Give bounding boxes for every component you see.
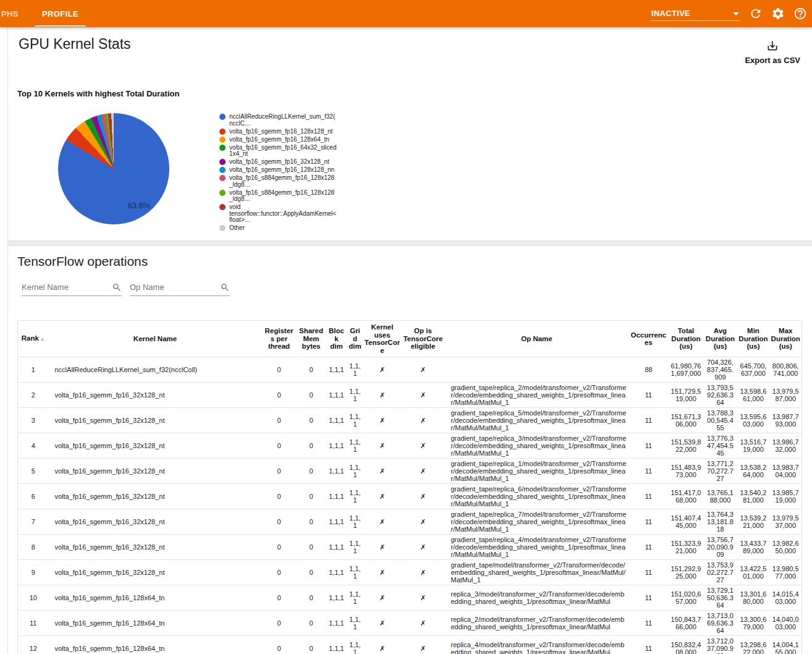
column-header[interactable]: Kernel Name (49, 321, 262, 357)
table-cell: 151,292,925,000 (669, 560, 704, 585)
table-cell: 0 (262, 560, 297, 585)
column-header[interactable]: Total Duration (us) (669, 321, 704, 357)
legend-item[interactable]: volta_fp16_sgemm_fp16_128x128_nt (219, 129, 337, 135)
legend-item[interactable]: void tensorflow::functor::ApplyAdamKerne… (219, 204, 337, 224)
column-header-label: Kernel Name (133, 335, 177, 342)
column-header[interactable]: Block dim (326, 321, 347, 357)
table-cell: 1,1,1 (326, 535, 347, 560)
table-cell: 1,1,1 (347, 484, 363, 509)
export-csv-button[interactable]: Export as CSV (745, 40, 800, 65)
legend-item[interactable]: volta_fp16_sgemm_fp16_128x128_nn (219, 167, 337, 174)
legend-item[interactable]: volta_fp16_s884gemm_fp16_128x128_ldg8… (219, 175, 337, 188)
column-header[interactable]: Grid dim (347, 321, 363, 357)
table-cell: ✗ (363, 560, 402, 585)
run-selector-dropdown[interactable]: INACTIVE (650, 7, 740, 21)
table-cell: 151,417,068,000 (669, 484, 704, 509)
table-cell: 13,985,719,000 (770, 484, 802, 509)
column-header-label: Block dim (329, 327, 344, 350)
column-header[interactable]: Op is TensorCore eligible (402, 321, 445, 357)
table-cell: 13,765,188,000 (704, 484, 737, 509)
table-cell: ✗ (363, 383, 402, 408)
table-cell: volta_fp16_sgemm_fp16_32x128_nt (49, 509, 262, 535)
nav-tabs: PHS PROFILE (0, 0, 93, 27)
table-row: 7volta_fp16_sgemm_fp16_32x128_nt001,1,11… (18, 509, 802, 535)
table-cell: ✗ (363, 484, 402, 509)
column-header-label: Avg Duration (us) (706, 327, 735, 350)
legend-label: Other (229, 225, 245, 232)
table-cell: 0 (297, 509, 326, 535)
tab-profile[interactable]: PROFILE (27, 0, 93, 27)
table-cell: 13,788,300,545.455 (704, 408, 737, 433)
table-cell: 11 (629, 560, 669, 585)
column-header[interactable]: Registers per thread (262, 321, 297, 357)
table-cell: 13,986,732,000 (770, 433, 802, 459)
table-cell: 11 (629, 408, 669, 433)
legend-item[interactable]: Other (219, 225, 337, 232)
pie-chart[interactable]: 83.6% (58, 113, 169, 224)
run-selector-value: INACTIVE (651, 9, 690, 18)
legend-label: void tensorflow::functor::ApplyAdamKerne… (229, 204, 337, 224)
legend-item[interactable]: volta_fp16_sgemm_fp16_32x128_nt (219, 159, 337, 166)
legend-swatch-icon (219, 114, 226, 120)
table-cell: 13,753,902,272.727 (704, 560, 737, 585)
kernel-table-body: 1ncclAllReduceRingLLKernel_sum_f32(ncclC… (18, 357, 802, 654)
table-cell: 7 (18, 509, 49, 535)
legend-item[interactable]: ncclAllReduceRingLLKernel_sum_f32(ncclC… (219, 114, 337, 127)
table-cell: 2 (18, 383, 49, 408)
kernel-name-input[interactable] (22, 281, 122, 296)
table-cell: 12 (18, 636, 49, 654)
table-cell: 0 (297, 585, 326, 611)
legend-item[interactable]: volta_fp16_sgemm_fp16_64x32_sliced1x4_nt (219, 145, 337, 158)
table-cell: gradient_tape/replica_6/model/transforme… (445, 484, 629, 509)
refresh-icon[interactable] (749, 7, 763, 20)
table-cell: volta_fp16_sgemm_fp16_128x64_tn (49, 611, 262, 636)
tab-graphs[interactable]: PHS (0, 0, 27, 27)
table-cell: replica_4/model/transformer_v2/Transform… (445, 636, 629, 654)
kernel-name-filter (22, 281, 122, 297)
column-header[interactable]: Min Duration (us) (737, 321, 770, 357)
legend-label: volta_fp16_sgemm_fp16_64x32_sliced1x4_nt (229, 145, 337, 158)
table-cell: 11 (629, 636, 669, 654)
table-row: 2volta_fp16_sgemm_fp16_32x128_nt001,1,11… (18, 383, 802, 408)
table-cell: 6 (18, 484, 49, 509)
section-title: TensorFlow operations (17, 254, 148, 269)
column-header[interactable]: Max Duration (us) (770, 321, 802, 357)
column-header[interactable]: Avg Duration (us) (704, 321, 737, 357)
table-cell: gradient_tape/replica_2/model/transforme… (445, 383, 629, 408)
table-cell: 0 (297, 433, 326, 459)
table-cell: 13,980,577,000 (770, 560, 802, 585)
column-header[interactable]: Shared Mem bytes (297, 321, 326, 357)
column-header[interactable]: Rank▲ (18, 321, 49, 357)
table-cell: 13,540,281,000 (737, 484, 770, 509)
legend-swatch-icon (219, 159, 226, 165)
table-cell: 4 (18, 433, 49, 459)
search-icon (220, 282, 230, 292)
legend-item[interactable]: volta_fp16_sgemm_fp16_128x64_tn (219, 137, 337, 143)
table-cell: 151,483,973,000 (669, 459, 704, 484)
table-cell: replica_2/model/transformer_v2/Transform… (445, 611, 629, 636)
table-cell: 13,539,221,000 (737, 509, 770, 535)
chevron-down-icon (733, 12, 739, 15)
table-cell: 1,1,1 (347, 459, 363, 484)
table-cell: 0 (297, 459, 326, 484)
legend-label: volta_fp16_s884gemm_fp16_128x128_ldg8… (229, 175, 337, 188)
column-header-label: Total Duration (us) (671, 327, 700, 350)
table-cell: 1,1,1 (326, 585, 347, 611)
column-header[interactable]: Op Name (445, 321, 629, 357)
table-cell: 0 (262, 408, 297, 433)
table-cell: ✗ (402, 459, 445, 484)
op-name-input[interactable] (130, 281, 230, 296)
table-cell: ✗ (402, 484, 445, 509)
table-cell: 13,979,537,000 (770, 509, 802, 535)
table-cell: 1,1,1 (347, 585, 363, 611)
table-cell: 13,300,679,000 (737, 611, 770, 636)
settings-gear-icon[interactable] (771, 7, 785, 20)
column-header[interactable]: Kernel uses TensorCore (363, 321, 402, 357)
table-cell: ✗ (363, 509, 402, 535)
column-header[interactable]: Occurrences (629, 321, 669, 357)
table-row: 1ncclAllReduceRingLLKernel_sum_f32(ncclC… (18, 357, 802, 383)
help-icon[interactable] (793, 7, 807, 20)
table-cell: ✗ (402, 535, 445, 560)
legend-item[interactable]: volta_fp16_s884gemm_fp16_128x128_ldg8… (219, 190, 337, 203)
table-cell: 11 (629, 383, 669, 408)
